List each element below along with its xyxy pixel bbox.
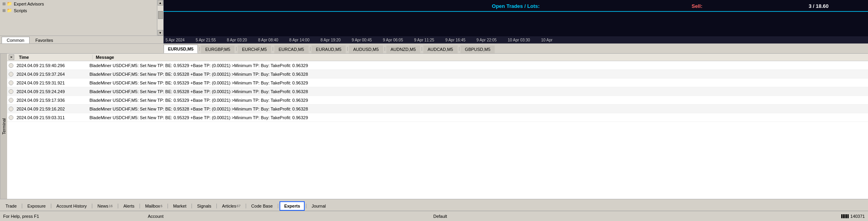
log-row: 2024.04.09 21:59:24.249 BladeMiner USDCH… [7, 87, 868, 96]
timeline-label: 9 Apr 16:45 [445, 38, 466, 42]
timeline-label: 9 Apr 00:45 [352, 38, 372, 42]
scrollbar-up-arrow[interactable]: ▲ [158, 0, 163, 6]
expand-icon: ⊞ [2, 8, 6, 13]
log-row: 2024.04.09 21:59:31.921 BladeMiner USDCH… [7, 79, 868, 87]
log-cell-time: 2024.04.09 21:59:31.921 [15, 81, 88, 85]
chart-area: Open Trades / Lots: Sell: 3 / 18.60 5 Ap… [164, 0, 868, 43]
nav-item-scripts[interactable]: ⊞ 📁 Scripts [2, 7, 155, 13]
status-bar: For Help, press F1 Account Default 14037… [0, 211, 868, 221]
tab-market[interactable]: Market [169, 201, 190, 211]
terminal-vertical-label: Terminal [0, 54, 7, 199]
scrollbar-down-arrow[interactable]: ▼ [158, 30, 163, 36]
symbol-tab-eurusd[interactable]: EURUSD,M5 [164, 45, 198, 53]
symbol-tab-audcad[interactable]: AUDCAD,M5 [423, 45, 458, 53]
mailbox-badge: 6 [160, 204, 162, 208]
timeline-label: 5 Apr 21:55 [196, 38, 216, 42]
row-indicator [9, 89, 13, 94]
navigator-panel: ⊞ 📁 Expert Advisors ⊞ 📁 Scripts ▲ [0, 0, 164, 43]
tab-exposure[interactable]: Exposure [23, 201, 49, 211]
log-cell-message: BladeMiner USDCHF,M5: Set New TP: BE: 0.… [88, 98, 868, 103]
nav-item-expert-advisors[interactable]: ⊞ 📁 Expert Advisors [2, 1, 155, 7]
tab-experts[interactable]: Experts [279, 201, 305, 211]
log-row: 2024.04.09 21:59:37.264 BladeMiner USDCH… [7, 70, 868, 79]
folder-icon: 📁 [7, 8, 12, 13]
row-indicator [9, 107, 13, 111]
log-cell-message: BladeMiner USDCHF,M5: Set New TP: BE: 0.… [88, 81, 868, 85]
tab-journal[interactable]: Journal [307, 201, 330, 211]
tab-signals[interactable]: Signals [193, 201, 215, 211]
log-col-message-header: Message [93, 55, 868, 60]
log-cell-time: 2024.04.09 21:59:40.296 [15, 63, 88, 68]
symbol-tab-eurchf[interactable]: EURCHF,M5 [238, 45, 271, 53]
log-cell-message: BladeMiner USDCHF,M5: Set New TP: BE: 0.… [88, 107, 868, 111]
row-indicator [9, 115, 13, 120]
log-cell-time: 2024.04.09 21:59:24.249 [15, 89, 88, 94]
log-col-time-header: Time [16, 55, 93, 60]
sell-label: Sell: [692, 3, 702, 9]
tab-common[interactable]: Common [2, 37, 30, 43]
row-indicator [9, 81, 13, 85]
symbol-tab-euraud[interactable]: EURAUD,M5 [311, 45, 346, 53]
chart-timeline: 5 Apr 2024 5 Apr 21:55 8 Apr 03:20 8 Apr… [164, 36, 868, 43]
timeline-label: 9 Apr 06:05 [383, 38, 403, 42]
log-row: 2024.04.09 21:59:03.311 BladeMiner USDCH… [7, 113, 868, 122]
symbol-tab-eurcad[interactable]: EURCAD,M5 [274, 45, 309, 53]
status-help-text: For Help, press F1 [3, 214, 39, 219]
log-row: 2024.04.09 21:59:17.936 BladeMiner USDCH… [7, 96, 868, 105]
timeline-label: 9 Apr 22:05 [477, 38, 497, 42]
tab-code-base[interactable]: Code Base [247, 201, 276, 211]
status-right: 140371 [841, 214, 865, 219]
timeline-label: 8 Apr 19:20 [320, 38, 341, 42]
scrollbar-thumb[interactable] [158, 11, 163, 19]
status-default: Default [433, 214, 447, 219]
tab-articles[interactable]: Articles67 [218, 201, 244, 211]
log-cell-time: 2024.04.09 21:59:16.202 [15, 107, 88, 111]
tab-mailbox[interactable]: Mailbox6 [141, 201, 166, 211]
log-cell-time: 2024.04.09 21:59:37.264 [15, 72, 88, 77]
expand-icon: ⊞ [2, 2, 6, 6]
symbol-tabs-row: EURUSD,M5 | EURGBP,M5 | EURCHF,M5 | EURC… [0, 43, 868, 54]
open-trades-label: Open Trades / Lots: [492, 3, 540, 9]
log-rows: 2024.04.09 21:59:40.296 BladeMiner USDCH… [7, 61, 868, 199]
symbol-tab-eurgbp[interactable]: EURGBP,M5 [201, 45, 235, 53]
timeline-label: 10 Apr 03:30 [508, 38, 530, 42]
symbol-tab-gbpusd[interactable]: GBPUSD,M5 [460, 45, 495, 53]
tab-alerts[interactable]: Alerts [119, 201, 138, 211]
log-cell-message: BladeMiner USDCHF,M5: Set New TP: BE: 0.… [88, 115, 868, 120]
log-cell-message: BladeMiner USDCHF,M5: Set New TP: BE: 0.… [88, 72, 868, 77]
log-close-button[interactable]: ✕ [9, 54, 14, 60]
bottom-tabs-row: Trade | Exposure | Account History | New… [0, 199, 868, 211]
timeline-label: 8 Apr 14:00 [289, 38, 309, 42]
log-header: ✕ Time Message [7, 54, 868, 61]
tab-news[interactable]: News16 [93, 201, 117, 211]
log-cell-message: BladeMiner USDCHF,M5: Set New TP: BE: 0.… [88, 63, 868, 68]
news-badge: 16 [109, 204, 113, 208]
log-row: 2024.04.09 21:59:16.202 BladeMiner USDCH… [7, 105, 868, 113]
symbol-tab-audnzd[interactable]: AUDNZD,M5 [386, 45, 420, 53]
row-indicator [9, 63, 13, 68]
account-label: Account [148, 214, 164, 219]
timeline-label: 9 Apr 11:25 [414, 38, 434, 42]
row-indicator [9, 98, 13, 103]
row-indicator [9, 72, 13, 77]
log-row: 2024.04.09 21:59:40.296 BladeMiner USDCH… [7, 61, 868, 70]
log-cell-message: BladeMiner USDCHF,M5: Set New TP: BE: 0.… [88, 89, 868, 94]
nav-item-label: Scripts [14, 8, 27, 13]
tab-account-history[interactable]: Account History [52, 201, 91, 211]
log-area: ✕ Time Message 2024.04.09 21:59:40.296 B… [7, 54, 868, 199]
log-cell-time: 2024.04.09 21:59:17.936 [15, 98, 88, 103]
nav-item-label: Expert Advisors [14, 2, 44, 6]
timeline-label: 8 Apr 08:40 [258, 38, 278, 42]
symbol-tab-audusd[interactable]: AUDUSD,M5 [349, 45, 383, 53]
tab-trade[interactable]: Trade [2, 201, 20, 211]
timeline-label: 5 Apr 2024 [166, 38, 184, 42]
tab-favorites[interactable]: Favorites [30, 37, 58, 43]
timeline-label: 8 Apr 03:20 [227, 38, 247, 42]
sell-value: 3 / 18.60 [808, 3, 829, 9]
log-cell-time: 2024.04.09 21:59:03.311 [15, 115, 88, 120]
timeline-label: 10 Apr [541, 38, 553, 42]
folder-icon: 📁 [7, 1, 12, 6]
articles-badge: 67 [237, 204, 240, 208]
